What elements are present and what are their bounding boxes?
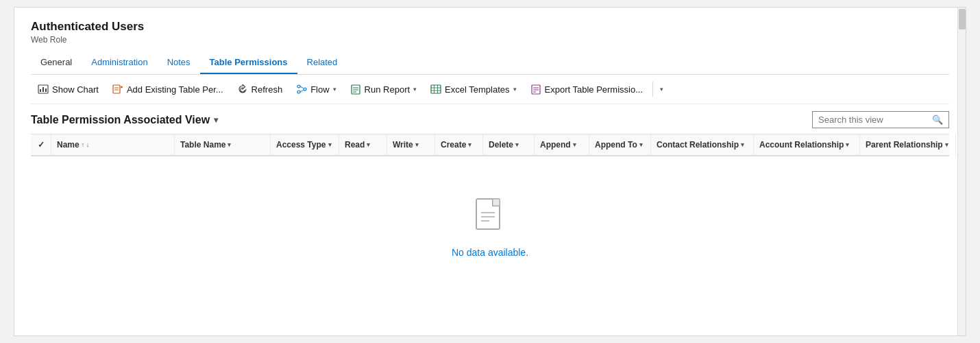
- svg-point-9: [297, 85, 300, 88]
- search-icon: 🔍: [932, 115, 943, 125]
- th-write-label: Write: [393, 140, 413, 150]
- th-table-name-sort[interactable]: ▾: [228, 141, 231, 148]
- flow-label: Flow: [310, 84, 329, 95]
- check-icon: ✓: [38, 140, 45, 150]
- th-create-sort[interactable]: ▾: [468, 141, 471, 148]
- view-title-text: Table Permission Associated View: [31, 114, 210, 126]
- th-table-name-label: Table Name: [180, 140, 225, 150]
- th-delete-sort[interactable]: ▾: [515, 141, 519, 148]
- th-delete-label: Delete: [489, 140, 513, 150]
- th-append-label: Append: [540, 140, 571, 150]
- export-label: Export Table Permissio...: [545, 84, 644, 95]
- th-name-label: Name: [57, 140, 79, 150]
- tab-related[interactable]: Related: [297, 51, 347, 74]
- th-account-rel-sort[interactable]: ▾: [846, 141, 849, 148]
- show-chart-icon: [38, 84, 49, 95]
- refresh-icon: [237, 84, 248, 95]
- th-read-sort[interactable]: ▾: [367, 141, 370, 148]
- run-report-dropdown-icon[interactable]: ▾: [413, 86, 417, 93]
- flow-icon: [296, 84, 307, 95]
- add-existing-icon: [112, 84, 123, 95]
- tab-notes[interactable]: Notes: [158, 51, 200, 74]
- show-chart-label: Show Chart: [52, 84, 99, 95]
- scrollbar-thumb[interactable]: [959, 9, 966, 29]
- view-header: Table Permission Associated View ▾ 🔍: [31, 104, 949, 134]
- page-title: Authenticated Users: [31, 20, 949, 34]
- empty-state-icon: [472, 198, 508, 239]
- add-existing-label: Add Existing Table Per...: [127, 84, 223, 95]
- excel-dropdown-icon[interactable]: ▾: [513, 86, 517, 93]
- view-title-container: Table Permission Associated View ▾: [31, 114, 218, 126]
- search-input[interactable]: [818, 115, 928, 125]
- svg-rect-1: [40, 89, 41, 92]
- th-parent-rel-label: Parent Relationship: [866, 140, 943, 150]
- tab-administration[interactable]: Administration: [82, 51, 157, 74]
- more-actions-icon: ▾: [660, 86, 663, 93]
- title-block: Authenticated Users Web Role: [31, 20, 949, 45]
- th-read[interactable]: Read ▾: [339, 134, 387, 155]
- export-button[interactable]: Export Table Permissio...: [524, 80, 650, 98]
- th-parent-relationship[interactable]: Parent Relationship ▾: [860, 134, 956, 155]
- refresh-label: Refresh: [252, 84, 283, 95]
- tab-bar: General Administration Notes Table Permi…: [31, 51, 949, 75]
- th-append-sort[interactable]: ▾: [573, 141, 576, 148]
- th-contact-rel-label: Contact Relationship: [657, 140, 739, 150]
- th-append-to[interactable]: Append To ▾: [589, 134, 651, 155]
- excel-icon: [430, 84, 441, 95]
- tab-general[interactable]: General: [31, 51, 82, 74]
- view-title-dropdown-icon[interactable]: ▾: [214, 115, 218, 125]
- th-append-to-sort[interactable]: ▾: [639, 141, 643, 148]
- toolbar-separator: [652, 82, 653, 97]
- excel-templates-label: Excel Templates: [445, 84, 509, 95]
- empty-state: No data available.: [31, 156, 949, 285]
- run-report-button[interactable]: Run Report ▾: [343, 80, 424, 98]
- th-access-type[interactable]: Access Type ▾: [271, 134, 339, 155]
- excel-templates-button[interactable]: Excel Templates ▾: [424, 80, 523, 98]
- th-account-rel-label: Account Relationship: [759, 140, 844, 150]
- th-create-label: Create: [441, 140, 466, 150]
- show-chart-button[interactable]: Show Chart: [31, 80, 106, 98]
- svg-line-12: [300, 86, 304, 88]
- th-checkbox[interactable]: ✓: [31, 134, 51, 155]
- th-contact-relationship[interactable]: Contact Relationship ▾: [651, 134, 754, 155]
- search-box[interactable]: 🔍: [812, 111, 949, 128]
- th-append[interactable]: Append ▾: [535, 134, 589, 155]
- empty-state-message: No data available.: [452, 247, 528, 258]
- th-access-type-label: Access Type: [276, 140, 326, 150]
- th-append-to-label: Append To: [595, 140, 637, 150]
- svg-rect-2: [42, 87, 44, 92]
- th-read-label: Read: [345, 140, 365, 150]
- svg-point-11: [304, 88, 306, 91]
- th-name[interactable]: Name ↑ ↓: [51, 134, 175, 155]
- svg-point-10: [297, 91, 300, 93]
- main-card: Authenticated Users Web Role General Adm…: [14, 7, 966, 336]
- export-icon: [530, 84, 541, 95]
- table-header: ✓ Name ↑ ↓ Table Name ▾ Access Type ▾ Re…: [31, 134, 949, 156]
- more-actions-button[interactable]: ▾: [656, 82, 667, 96]
- th-contact-rel-sort[interactable]: ▾: [741, 141, 744, 148]
- flow-dropdown-icon[interactable]: ▾: [333, 86, 336, 93]
- add-existing-button[interactable]: Add Existing Table Per...: [106, 80, 230, 98]
- scrollbar-track[interactable]: [957, 8, 966, 335]
- th-access-sort[interactable]: ▾: [328, 141, 332, 148]
- svg-rect-28: [493, 199, 500, 206]
- refresh-button[interactable]: Refresh: [230, 80, 290, 98]
- toolbar: Show Chart Add Existing Table Per...: [31, 75, 949, 104]
- th-delete[interactable]: Delete ▾: [483, 134, 535, 155]
- svg-rect-18: [431, 85, 441, 93]
- th-account-relationship[interactable]: Account Relationship ▾: [754, 134, 860, 155]
- svg-rect-4: [113, 85, 120, 93]
- th-name-sort[interactable]: ↑ ↓: [82, 141, 90, 148]
- run-report-label: Run Report: [365, 84, 410, 95]
- th-write[interactable]: Write ▾: [387, 134, 435, 155]
- run-report-icon: [350, 84, 361, 95]
- svg-line-13: [300, 91, 304, 93]
- page-subtitle: Web Role: [31, 35, 949, 45]
- svg-rect-3: [45, 88, 47, 92]
- th-write-sort[interactable]: ▾: [415, 141, 419, 148]
- th-parent-rel-sort[interactable]: ▾: [945, 141, 948, 148]
- th-table-name[interactable]: Table Name ▾: [175, 134, 271, 155]
- tab-table-permissions[interactable]: Table Permissions: [200, 51, 297, 74]
- th-create[interactable]: Create ▾: [435, 134, 483, 155]
- flow-button[interactable]: Flow ▾: [289, 80, 343, 98]
